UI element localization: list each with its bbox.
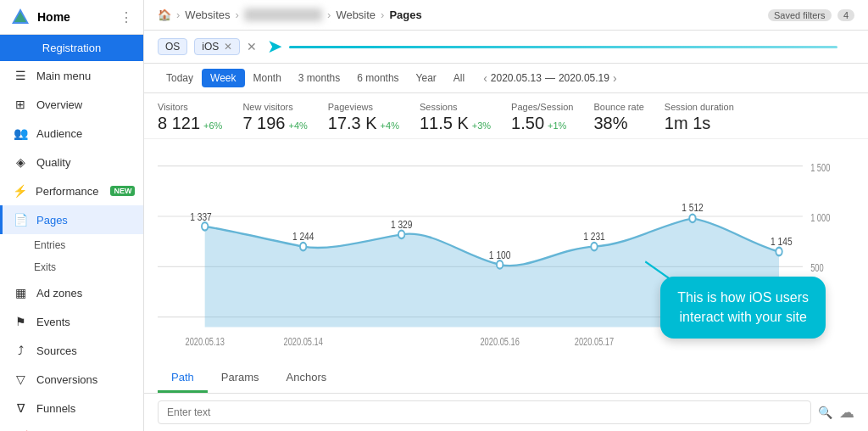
stat-change: +4% <box>288 120 307 131</box>
svg-text:1 244: 1 244 <box>292 230 314 242</box>
sidebar-item-quality[interactable]: ◈Quality <box>0 148 143 176</box>
filter-ios-close-icon[interactable]: ✕ <box>224 41 232 53</box>
upload-icon[interactable]: ☁ <box>839 403 854 422</box>
date-range-sep: — <box>545 72 555 84</box>
sidebar-label-ad-zones: Ad zones <box>36 287 82 299</box>
sidebar-item-sources[interactable]: ⤴Sources <box>0 336 143 365</box>
filter-ios-label: iOS <box>202 41 219 53</box>
main-content: 🏠 › Websites › ██████████ › Website › Pa… <box>144 0 868 431</box>
sidebar-item-pages[interactable]: 📄Pages <box>0 205 143 234</box>
date-bar: TodayWeekMonth3 months6 monthsYearAll ‹ … <box>144 64 868 93</box>
sidebar-icon-events: ⚑ <box>13 315 28 328</box>
filter-arrow-icon: ➤ <box>267 36 282 58</box>
filter-bar: OS iOS ✕ ✕ ➤ <box>144 31 868 64</box>
registration-button[interactable]: Registration <box>0 35 143 61</box>
stat-label: Session duration <box>665 102 734 112</box>
date-range-end: 2020.05.19 <box>559 72 609 84</box>
date-range: ‹ 2020.05.13 — 2020.05.19 › <box>483 71 616 85</box>
stat-value: 11.5 K +3% <box>420 114 491 133</box>
saved-filters[interactable]: Saved filters 4 <box>765 9 854 21</box>
filter-chip-ios[interactable]: iOS ✕ <box>194 38 240 55</box>
date-btn-month[interactable]: Month <box>245 69 290 87</box>
svg-text:1 329: 1 329 <box>391 218 413 230</box>
svg-text:2020.05.17: 2020.05.17 <box>575 336 614 347</box>
sidebar-icon-conversions: ▽ <box>13 372 28 386</box>
date-buttons-group: TodayWeekMonth3 months6 monthsYearAll <box>158 69 473 87</box>
stat-visitors: Visitors8 121 +6% <box>158 102 222 133</box>
date-btn-week[interactable]: Week <box>202 69 244 87</box>
stat-value: 38% <box>593 114 643 133</box>
date-btn-6-months[interactable]: 6 months <box>348 69 407 87</box>
stat-label: Pages/Session <box>511 102 573 112</box>
stat-value: 17.3 K +4% <box>328 114 399 133</box>
sidebar-item-audience[interactable]: 👥Audience <box>0 119 143 148</box>
stat-label: Pageviews <box>328 102 399 112</box>
breadcrumb-sep-1: › <box>176 8 180 21</box>
breadcrumb-sep-3: › <box>327 8 331 21</box>
stat-new-visitors: New visitors7 196 +4% <box>242 102 307 133</box>
sidebar-item-main-menu[interactable]: ☰Main menu <box>0 61 143 90</box>
tab-path[interactable]: Path <box>158 364 208 393</box>
stat-session-duration: Session duration1m 1s <box>665 102 734 133</box>
stats-row: Visitors8 121 +6%New visitors7 196 +4%Pa… <box>144 93 868 139</box>
tab-params[interactable]: Params <box>208 364 273 393</box>
date-range-start: 2020.05.13 <box>491 72 542 84</box>
sidebar-item-ecommerce[interactable]: 🛒E-Commerce <box>0 423 143 431</box>
sidebar-icon-performance: ⚡ <box>13 184 27 198</box>
sidebar-item-funnels[interactable]: ∇Funnels <box>0 394 143 423</box>
svg-text:1 145: 1 145 <box>771 235 793 247</box>
sidebar-header: Home ⋮ <box>0 0 143 35</box>
stat-value: 1.50 +1% <box>511 114 573 133</box>
sidebar-sub-exits[interactable]: Exits <box>0 256 143 278</box>
svg-text:1 337: 1 337 <box>190 210 212 221</box>
sidebar-item-overview[interactable]: ⊞Overview <box>0 90 143 119</box>
search-input[interactable] <box>158 400 811 424</box>
saved-filters-label: Saved filters <box>768 9 832 21</box>
sidebar-icon-audience: 👥 <box>13 126 28 140</box>
date-btn-year[interactable]: Year <box>408 69 445 87</box>
filter-clear-icon[interactable]: ✕ <box>247 40 257 53</box>
stat-value: 1m 1s <box>665 114 734 133</box>
sidebar-sub-entries[interactable]: Entries <box>0 234 143 256</box>
sidebar-label-performance: Performance <box>36 185 98 198</box>
date-btn-all[interactable]: All <box>445 69 473 87</box>
sidebar-item-performance[interactable]: ⚡PerformanceNEW <box>0 176 143 205</box>
stat-value: 7 196 +4% <box>242 114 307 133</box>
filter-chip-os[interactable]: OS <box>158 38 187 55</box>
search-icon: 🔍 <box>818 406 832 419</box>
sidebar-icon-ad-zones: ▦ <box>13 286 28 299</box>
sidebar-more-icon[interactable]: ⋮ <box>120 9 133 25</box>
stat-value: 8 121 +6% <box>158 114 222 133</box>
sidebar-item-events[interactable]: ⚑Events <box>0 307 143 336</box>
new-badge-performance: NEW <box>110 186 135 196</box>
breadcrumb-site: ██████████ <box>244 8 322 21</box>
sidebar-item-ad-zones[interactable]: ▦Ad zones <box>0 278 143 307</box>
stat-change: +4% <box>381 120 399 131</box>
tooltip-bubble: This is how iOS usersinteract with your … <box>660 277 826 339</box>
sidebar-label-funnels: Funnels <box>36 402 75 415</box>
svg-text:2020.05.13: 2020.05.13 <box>185 336 224 347</box>
date-btn-today[interactable]: Today <box>158 69 202 87</box>
stat-change: +1% <box>548 120 566 131</box>
breadcrumb-pages: Pages <box>389 8 421 21</box>
sidebar: Home ⋮ Registration ☰Main menu⊞Overview👥… <box>0 0 144 431</box>
stat-change: +6% <box>203 120 222 131</box>
date-next-icon[interactable]: › <box>613 71 617 85</box>
breadcrumb-website[interactable]: Website <box>336 8 376 21</box>
sidebar-icon-sources: ⤴ <box>13 344 28 357</box>
breadcrumb-home-icon: 🏠 <box>158 8 171 21</box>
breadcrumb: 🏠 › Websites › ██████████ › Website › Pa… <box>158 8 422 21</box>
date-prev-icon[interactable]: ‹ <box>483 71 487 85</box>
sidebar-title: Home <box>37 10 113 24</box>
search-bar: 🔍 ☁ <box>144 394 868 431</box>
date-btn-3-months[interactable]: 3 months <box>290 69 348 87</box>
stat-label: Visitors <box>158 102 222 112</box>
svg-point-11 <box>689 215 695 222</box>
sidebar-icon-main-menu: ☰ <box>13 69 28 82</box>
tab-anchors[interactable]: Anchors <box>273 364 341 393</box>
svg-text:1 231: 1 231 <box>583 230 605 242</box>
tabs-bar: PathParamsAnchors <box>144 364 868 394</box>
sidebar-item-conversions[interactable]: ▽Conversions <box>0 365 143 394</box>
chart-area: 1 337 1 244 1 329 1 100 1 231 1 512 1 14… <box>144 139 868 364</box>
breadcrumb-websites[interactable]: Websites <box>185 8 230 21</box>
